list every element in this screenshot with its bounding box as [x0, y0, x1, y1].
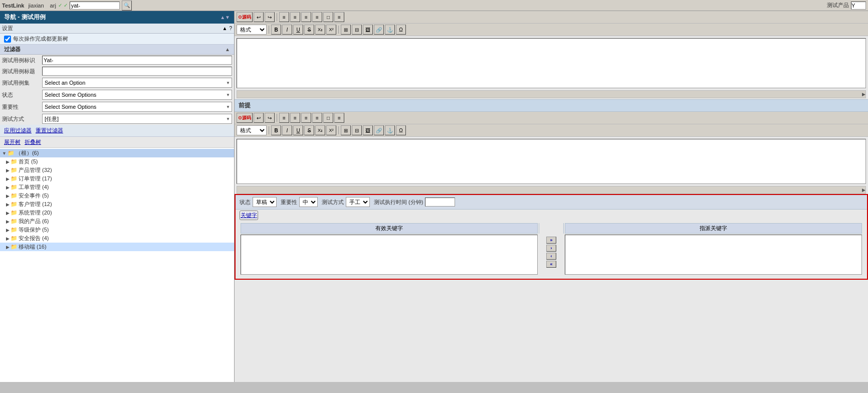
list-unordered-button[interactable]: ≡ [279, 12, 289, 22]
apply-filter-button[interactable]: 应用过滤器 [4, 127, 32, 134]
collapse-all-button[interactable]: 折叠树 [25, 138, 41, 146]
auto-refresh-row: 每次操作完成都更新树 [0, 34, 234, 45]
scroll-right-arrow-2: ▶ [862, 187, 865, 192]
link-btn-2[interactable]: 🔗 [374, 125, 384, 135]
reset-filter-button[interactable]: 重置过滤器 [36, 127, 63, 134]
italic-button[interactable]: I [282, 25, 292, 35]
filter-method-select[interactable]: [任意] [42, 114, 232, 124]
align-button-2[interactable]: ≡ [334, 113, 344, 123]
filter-method-label: 测试方式 [0, 113, 40, 125]
indent-button-2[interactable]: ≡ [301, 113, 311, 123]
undo-button[interactable]: ↩ [254, 12, 264, 22]
filter-status-label: 状态 [0, 89, 40, 101]
italic-button-2[interactable]: I [282, 125, 292, 135]
settings-scroll-down[interactable]: ? [229, 26, 232, 31]
superscript-button[interactable]: X² [326, 25, 336, 35]
redo-button[interactable]: ↪ [265, 12, 275, 22]
keywords-button[interactable]: 关键字 [240, 211, 258, 220]
tree-item-product-mgmt[interactable]: ▶ 📁 产品管理 (32) [0, 166, 234, 174]
block-button-2[interactable]: □ [323, 113, 333, 123]
superscript-button-2[interactable]: X² [326, 125, 336, 135]
arrow-left[interactable]: ‹ [546, 253, 556, 260]
underline-button[interactable]: U [293, 25, 303, 35]
anchor-btn-2[interactable]: ⚓ [385, 125, 395, 135]
list-ordered-button-2[interactable]: ≡ [290, 113, 300, 123]
tree-item-security-incidents[interactable]: ▶ 📁 安全事件 (5) [0, 191, 234, 200]
strikethrough-button[interactable]: S [304, 25, 314, 35]
align-button[interactable]: ≡ [334, 12, 344, 22]
undo-button-2[interactable]: ↩ [254, 113, 264, 123]
status-select[interactable]: 草稿 [253, 197, 277, 207]
block-button[interactable]: □ [323, 12, 333, 22]
list-unordered-button-2[interactable]: ≡ [279, 113, 289, 123]
link-btn[interactable]: 🔗 [374, 25, 384, 35]
arrow-all-right[interactable]: » [546, 237, 556, 244]
special-char-btn-2[interactable]: Ω [396, 125, 406, 135]
table-btn[interactable]: ⊞ [341, 25, 351, 35]
filter-importance-select[interactable]: Select Some Options [42, 102, 232, 112]
filter-scroll[interactable]: ▲ [225, 47, 230, 52]
image-btn-2[interactable]: 🖼 [363, 125, 373, 135]
filter-method-wrapper: [任意] [42, 114, 232, 124]
table-props-btn[interactable]: ⊟ [352, 25, 362, 35]
filter-status-select[interactable]: Select Some Options [42, 90, 232, 100]
tree-item-workorder-mgmt[interactable]: ▶ 📁 工单管理 (4) [0, 183, 234, 191]
list-ordered-button[interactable]: ≡ [290, 12, 300, 22]
arrow-all-left[interactable]: « [546, 261, 556, 268]
editor-toolbar-1: ⊙ 源码 ↩ ↪ ≡ ≡ ≡ ≡ □ ≡ [235, 11, 868, 24]
editor-area-1[interactable] [237, 38, 866, 88]
auto-refresh-checkbox[interactable] [4, 36, 11, 43]
search-button[interactable]: 🔍 [122, 1, 132, 11]
method-select[interactable]: 手工 [346, 197, 370, 207]
subscript-button-2[interactable]: X₂ [315, 125, 325, 135]
assigned-keywords-textarea[interactable] [565, 235, 862, 275]
filter-importance-label: 重要性 [0, 101, 40, 113]
filter-label-input[interactable] [42, 67, 232, 76]
bold-button[interactable]: B [271, 25, 281, 35]
special-char-btn[interactable]: Ω [396, 25, 406, 35]
arrow-right[interactable]: › [546, 245, 556, 252]
outdent-button-2[interactable]: ≡ [312, 113, 322, 123]
duration-input[interactable] [425, 198, 455, 207]
underline-button-2[interactable]: U [293, 125, 303, 135]
image-btn[interactable]: 🖼 [363, 25, 373, 35]
filter-importance-wrapper: Select Some Options [42, 102, 232, 112]
settings-scroll-up[interactable]: ▲ [223, 26, 228, 31]
table-props-btn-2[interactable]: ⊟ [352, 125, 362, 135]
tree-item-system-mgmt[interactable]: ▶ 📁 系统管理 (20) [0, 209, 234, 217]
filter-suite-select[interactable]: Select an Option [42, 78, 232, 88]
status-row: 状态 草稿 重要性 中 测试方式 手工 [236, 195, 867, 210]
folder-icon-security-report: 📁 [11, 235, 18, 242]
editor-scrollbar-1: ▶ [237, 90, 866, 98]
redo-button-2[interactable]: ↪ [265, 113, 275, 123]
importance-select[interactable]: 中 [299, 197, 318, 207]
editor-area-2[interactable] [237, 139, 866, 184]
tree-item-order-mgmt[interactable]: ▶ 📁 订单管理 (17) [0, 174, 234, 183]
outdent-button[interactable]: ≡ [312, 12, 322, 22]
indent-button[interactable]: ≡ [301, 12, 311, 22]
tree-item-grade-protection[interactable]: ▶ 📁 等级保护 (5) [0, 226, 234, 234]
bold-button-2[interactable]: B [271, 125, 281, 135]
subscript-button[interactable]: X₂ [315, 25, 325, 35]
tree-item-mobile[interactable]: ▶ 📁 移动端 (16) [0, 243, 234, 251]
editor-toolbar-4: 格式 B I U S X₂ X² ⊞ ⊟ 🖼 🔗 ⚓ Ω [235, 124, 868, 137]
tree-item-root[interactable]: ▼ 📁 （根）(6) [0, 149, 234, 157]
product-input[interactable] [851, 2, 866, 10]
format-select[interactable]: 格式 [237, 25, 267, 35]
anchor-btn[interactable]: ⚓ [385, 25, 395, 35]
tree-item-homepage[interactable]: ▶ 📁 首页 (5) [0, 157, 234, 166]
search-input[interactable] [70, 2, 120, 10]
source-button[interactable]: ⊙ 源码 [237, 12, 253, 22]
tree-item-security-report[interactable]: ▶ 📁 安全报告 (4) [0, 234, 234, 243]
source-button-2[interactable]: ⊙ 源码 [237, 113, 253, 123]
format-select-2[interactable]: 格式 [237, 125, 267, 135]
tree-item-my-product[interactable]: ▶ 📁 我的产品 (6) [0, 217, 234, 226]
sep4 [277, 114, 277, 122]
valid-keywords-textarea[interactable] [241, 235, 538, 275]
table-btn-2[interactable]: ⊞ [341, 125, 351, 135]
assigned-keywords-container [565, 235, 862, 276]
expand-all-button[interactable]: 展开树 [4, 138, 21, 146]
tree-item-customer-mgmt[interactable]: ▶ 📁 客户管理 (12) [0, 200, 234, 209]
strikethrough-button-2[interactable]: S [304, 125, 314, 135]
filter-identifier-input[interactable] [42, 56, 232, 65]
